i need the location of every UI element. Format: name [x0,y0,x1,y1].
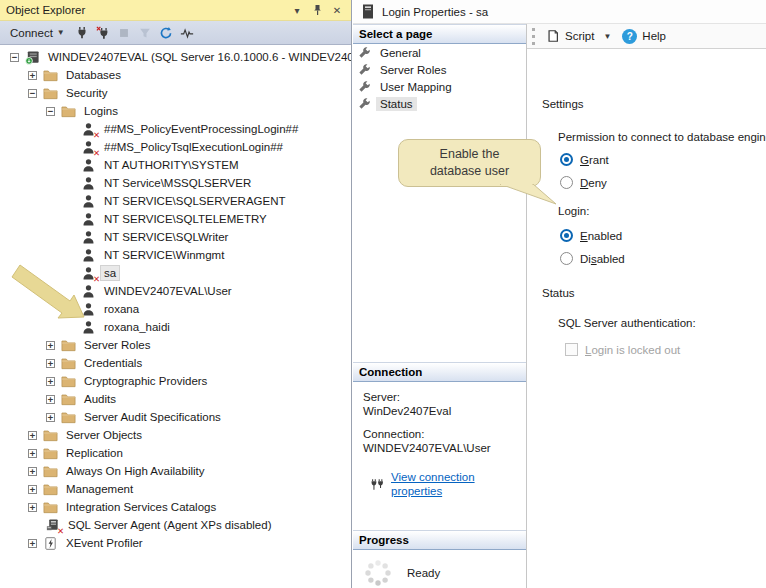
deny-radio-option[interactable]: Deny [560,176,607,189]
collapse-icon[interactable]: − [10,53,19,62]
tree-item[interactable]: +Cryptographic Providers [0,372,351,390]
tree-item[interactable]: NT SERVICE\SQLTELEMETRY [0,210,351,228]
expand-icon[interactable]: + [28,431,37,440]
connection-value: WINDEV2407EVAL\User [363,441,520,455]
page-list: GeneralServer RolesUser MappingStatus [353,44,526,112]
tree-item[interactable]: ✕##MS_PolicyTsqlExecutionLogin## [0,138,351,156]
object-explorer-tree: −WINDEV2407EVAL (SQL Server 16.0.1000.6 … [0,45,351,588]
tree-item[interactable]: +Server Roles [0,336,351,354]
enabled-label[interactable]: Enabled [580,230,622,242]
connect-label: Connect [10,27,53,39]
locked-out-option[interactable]: Login is locked out [565,343,680,356]
expand-icon[interactable]: + [28,503,37,512]
tree-item[interactable]: +Management [0,480,351,498]
tree-item[interactable]: +Always On High Availability [0,462,351,480]
expand-icon[interactable]: + [28,467,37,476]
folder-icon [43,428,58,443]
tree-item[interactable]: +Server Objects [0,426,351,444]
callout-bubble: Enable the database user [398,139,541,187]
page-item-general[interactable]: General [353,44,526,61]
deny-radio[interactable] [560,176,573,189]
tree-item[interactable]: WINDEV2407EVAL\User [0,282,351,300]
stop-icon[interactable] [115,24,133,42]
disabled-radio[interactable] [560,252,573,265]
filter-icon[interactable] [136,24,154,42]
tree-item[interactable]: +Databases [0,66,351,84]
tree-item[interactable]: +Integration Services Catalogs [0,498,351,516]
tree-item-label: Integration Services Catalogs [63,500,219,514]
disabled-radio-option[interactable]: Disabled [560,252,625,265]
close-icon[interactable]: ✕ [329,3,345,18]
tree-item[interactable]: NT Service\MSSQLSERVER [0,174,351,192]
locked-out-checkbox[interactable] [565,343,578,356]
tree-item[interactable]: −Logins [0,102,351,120]
connect-object-icon[interactable] [73,24,91,42]
expand-icon[interactable]: + [28,71,37,80]
grant-label[interactable]: Grant [580,154,609,166]
tree-item[interactable]: NT AUTHORITY\SYSTEM [0,156,351,174]
page-item-server-roles[interactable]: Server Roles [353,61,526,78]
page-item-status[interactable]: Status [353,95,526,112]
disconnect-icon[interactable] [94,24,112,42]
expand-icon[interactable]: + [46,413,55,422]
disabled-badge-icon: ✕ [93,131,100,140]
expand-icon[interactable]: + [46,359,55,368]
script-chevron-down-icon[interactable]: ▼ [603,32,611,41]
enabled-radio-option[interactable]: Enabled [560,229,622,242]
tree-item[interactable]: −WINDEV2407EVAL (SQL Server 16.0.1000.6 … [0,48,351,66]
expand-icon[interactable]: + [46,377,55,386]
deny-label[interactable]: Deny [580,177,607,189]
callout-text-line2: database user [399,163,540,180]
disabled-badge-icon: ✕ [93,275,100,284]
expand-icon[interactable]: + [46,341,55,350]
expand-icon[interactable]: + [46,395,55,404]
grant-radio[interactable] [560,153,573,166]
tree-item[interactable]: NT SERVICE\SQLWriter [0,228,351,246]
tree-item[interactable]: NT SERVICE\Winmgmt [0,246,351,264]
user-icon [81,176,96,191]
wrench-icon [358,80,371,93]
tree-item[interactable]: +Server Audit Specifications [0,408,351,426]
script-button[interactable]: Script [542,27,598,45]
tree-item[interactable]: +Replication [0,444,351,462]
page-item-label: User Mapping [376,80,456,94]
enabled-radio[interactable] [560,229,573,242]
user-icon [81,284,96,299]
disabled-label[interactable]: Disabled [580,253,625,265]
activity-monitor-icon[interactable] [178,24,196,42]
tree-item[interactable]: +Audits [0,390,351,408]
login-properties-dialog: Login Properties - sa Select a page Gene… [353,0,766,588]
help-button[interactable]: ? Help [618,27,670,46]
tree-item[interactable]: −Security [0,84,351,102]
grant-radio-option[interactable]: Grant [560,153,609,166]
tree-item-label: NT SERVICE\SQLSERVERAGENT [101,194,289,208]
tree-item[interactable]: ✕##MS_PolicyEventProcessingLogin## [0,120,351,138]
folder-icon [61,338,76,353]
tree-item[interactable]: roxana [0,300,351,318]
window-position-icon[interactable]: ▾ [289,3,305,18]
tree-item[interactable]: +XEvent Profiler [0,534,351,552]
expand-icon[interactable]: + [28,485,37,494]
tree-item[interactable]: roxana_haidi [0,318,351,336]
folder-icon [43,482,58,497]
collapse-icon[interactable]: − [28,89,37,98]
refresh-icon[interactable] [157,24,175,42]
folder-icon [61,392,76,407]
view-connection-properties-link[interactable]: View connection properties [391,470,520,498]
expand-icon[interactable]: + [28,539,37,548]
collapse-icon[interactable]: − [46,107,55,116]
tree-item[interactable]: +Credentials [0,354,351,372]
user-icon: ✕ [81,122,96,137]
page-item-user-mapping[interactable]: User Mapping [353,78,526,95]
user-icon [81,248,96,263]
connect-button[interactable]: Connect ▼ [5,25,70,41]
tree-item-label: roxana [101,302,142,316]
pin-icon[interactable] [309,3,325,18]
dialog-left-pane: Select a page GeneralServer RolesUser Ma… [353,24,527,588]
tree-item[interactable]: ✕SQL Server Agent (Agent XPs disabled) [0,516,351,534]
progress-header: Progress [353,530,526,550]
expand-icon[interactable]: + [28,449,37,458]
permission-label: Permission to connect to database engine… [558,131,766,143]
tree-item[interactable]: ✕sa [0,264,351,282]
tree-item[interactable]: NT SERVICE\SQLSERVERAGENT [0,192,351,210]
